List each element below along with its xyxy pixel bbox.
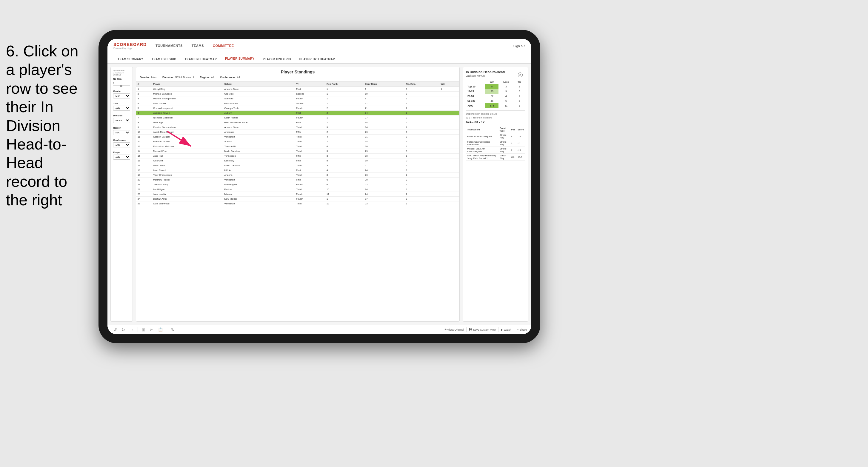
no-rds-slider[interactable] [113,85,130,86]
table-row[interactable]: 9 Preston Summerhays Arizona State Third… [136,125,459,130]
table-row[interactable]: 11 Gordon Sargent Vanderbilt Third 4 21 … [136,134,459,139]
h2h-row: 26-50 22 4 1 [466,94,525,98]
cell-rds: 1 [404,182,439,187]
gender-select[interactable]: Men [113,93,130,98]
tablet-screen: SCOREBOARD Powered by clippi TOURNAMENTS… [107,39,531,334]
share-button[interactable]: ↗ Share [516,328,527,331]
tournament-row: Amer Ari Intercollegiate Stroke Play 4 -… [466,133,525,140]
slider-thumb [120,85,122,87]
cell-rds: 1 [404,201,439,206]
table-row[interactable]: 3 Michael Thorbjornsen Stanford Fourth 1… [136,96,459,101]
table-row[interactable]: 13 Phichaksn Maichon Texas A&M Third 6 3… [136,144,459,149]
table-row[interactable]: 5 Christo Lamprecht Georgia Tech Fourth … [136,106,459,111]
cell-conf: 14 [364,111,404,116]
t-score: -7 [516,140,525,147]
conference-select[interactable]: (All) [113,142,130,147]
division-filter-label: Division: [162,76,174,79]
table-row[interactable]: 2 Michael La Sasso Ole Miss Second 1 19 … [136,92,459,96]
sign-out-link[interactable]: Sign out [514,44,525,48]
table-row[interactable]: 12 Brendan Valdes Auburn Third 7 14 1 [136,139,459,144]
cell-school: Tennessee [223,154,294,158]
sub-nav-team-summary[interactable]: TEAM SUMMARY [114,55,148,63]
table-row[interactable]: 7 Nicholas Gabrelcik North Florida Fourt… [136,116,459,120]
forward-button[interactable]: → [128,327,135,333]
standings-body: 1 Wenyi Ding Arizona State First 1 1 8 1… [136,87,459,206]
table-row[interactable]: 14 Maxwell Ford North Carolina Third 3 2… [136,149,459,154]
table-row[interactable]: 22 Ian Gilligan Florida Third 10 24 1 [136,187,459,192]
refresh-button[interactable]: ↻ [169,327,176,333]
sub-nav-team-h2h-grid[interactable]: TEAM H2H GRID [148,55,181,63]
standings-table-area: Player Standings Gender: Men Division: N… [136,67,460,322]
undo-button[interactable]: ↺ [112,327,119,333]
cell-yr: Fifth [294,178,325,182]
h2h-tie: 3 [514,98,525,103]
sub-nav-team-h2h-heatmap[interactable]: TEAM H2H HEATMAP [181,55,221,63]
player-select[interactable]: (All) [113,155,130,160]
cell-reg: 3 [325,125,364,130]
sub-nav-player-h2h-grid[interactable]: PLAYER H2H GRID [258,55,295,63]
table-row[interactable]: 20 Matthew Riedel Vanderbilt Fifth 6 20 … [136,178,459,182]
table-row[interactable]: 15 Jake Hall Tennessee Fifth 3 28 1 [136,154,459,158]
cell-rds: 2 [404,101,439,106]
cell-player: Maxwell Ford [152,149,223,154]
table-row[interactable]: 19 Tiger Christensen Arizona Third 8 23 … [136,173,459,178]
sub-nav-player-summary[interactable]: PLAYER SUMMARY [221,55,258,63]
region-select[interactable]: N/A [113,130,130,135]
cell-school: Georgia Tech [223,106,294,111]
h2h-close-button[interactable]: ✕ [518,72,523,77]
view-original-button[interactable]: 👁 View: Original [444,328,464,331]
redo-button[interactable]: ↻ [120,327,127,333]
table-row[interactable]: 10 Jacob Mou-Dleaser Arkansas Fifth 2 23… [136,130,459,134]
nav-item-tournaments[interactable]: TOURNAMENTS [156,43,183,49]
cell-yr: Fifth [294,158,325,163]
table-row[interactable]: 25 Cole Sherwood Vanderbilt Third 12 23 … [136,201,459,206]
nav-item-committee[interactable]: COMMITTEE [213,43,234,49]
table-row[interactable]: 23 Jack Lundin Missouri Fourth 11 24 2 [136,192,459,197]
cell-reg: 10 [325,187,364,192]
table-row[interactable]: 6 Jackson Koivun Auburn First 2 14 1 [136,111,459,116]
table-row[interactable]: 4 Luke Claton Florida State Second 1 27 … [136,101,459,106]
cell-player: Phichaksn Maichon [152,144,223,149]
region-filter: Region N/A [113,127,130,135]
table-row[interactable]: 16 Alex Goff Kentucky Fifth 8 19 0 [136,158,459,163]
cell-yr: Third [294,144,325,149]
cell-num: 17 [136,163,152,168]
bottom-toolbar: ↺ ↻ → ⊞ ✂ 📋 ↻ 👁 View: Original 💾 Save Cu… [107,325,531,334]
cell-school: New Mexico [223,197,294,201]
cut-button[interactable]: ✂ [148,327,155,333]
cell-reg: 8 [325,158,364,163]
cell-num: 24 [136,197,152,201]
gender-filter-val: Men [151,76,157,79]
nav-item-teams[interactable]: TEAMS [192,43,204,49]
cell-reg: 1 [325,96,364,101]
table-row[interactable]: 18 Luke Powell UCLA First 4 24 1 [136,168,459,173]
sub-nav-player-h2h-heatmap[interactable]: PLAYER H2H HEATMAP [295,55,339,63]
update-time: Update time: 27/03/2024 16:56:26 [113,69,130,76]
table-row[interactable]: 17 David Ford North Carolina Third 3 21 … [136,163,459,168]
instruction-text: 6. Click on a player's row to see their … [0,36,87,215]
cell-yr: Third [294,149,325,154]
cell-player: Jack Lundin [152,192,223,197]
cell-school: UCLA [223,168,294,173]
save-custom-button[interactable]: 💾 Save Custom View [469,328,496,331]
copy-button[interactable]: ⊞ [140,327,147,333]
cell-num: 23 [136,192,152,197]
cell-conf: 19 [364,92,404,96]
watch-button[interactable]: ▶ Watch [501,328,511,331]
division-select[interactable]: NCAA Division I [113,118,130,123]
t-tournament: SEC Match Play Hosted by Jerry Pate Roun… [466,154,498,160]
year-select[interactable]: (All) [113,106,130,111]
tournament-body: Amer Ari Intercollegiate Stroke Play 4 -… [466,133,525,160]
cell-reg: 6 [325,182,364,187]
table-row[interactable]: 8 Mats Ege East Tennessee State Fifth 1 … [136,120,459,125]
cell-win [439,154,459,158]
table-row[interactable]: 21 Taehoon Song Washington Fourth 6 22 1 [136,182,459,187]
cell-conf: 14 [364,125,404,130]
table-row[interactable]: 24 Bastian Amat New Mexico Fourth 1 27 2 [136,197,459,201]
table-row[interactable]: 1 Wenyi Ding Arizona State First 1 1 8 1 [136,87,459,92]
standings-table: # Player School Yr Reg Rank Conf Rank No… [136,82,459,206]
paste-button[interactable]: 📋 [156,327,164,333]
region-label: Region [113,127,130,129]
nav-items: TOURNAMENTS TEAMS COMMITTEE [156,43,514,49]
cell-num: 3 [136,96,152,101]
